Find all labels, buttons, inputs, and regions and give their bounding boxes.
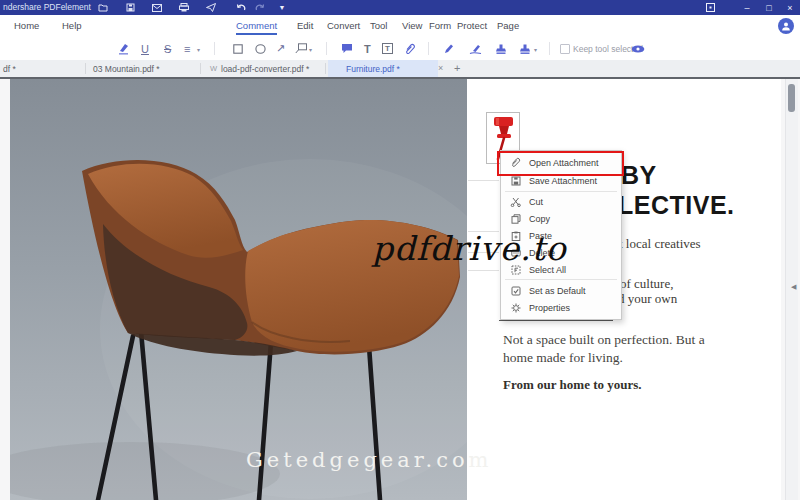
watermark-bottom: Getedgegear.com (246, 448, 493, 472)
tab-load-pdf-converter[interactable]: load-pdf-converter.pdf * (221, 64, 309, 74)
comment-bubble-icon[interactable] (341, 41, 353, 56)
tab-close-icon[interactable]: × (438, 63, 443, 73)
email-icon[interactable] (151, 2, 163, 13)
doc-fragment-creatives: t local creatives (619, 236, 701, 252)
undo-icon[interactable] (235, 2, 247, 13)
line-styles-caret-icon[interactable]: ▾ (197, 46, 200, 53)
menu-form[interactable]: Form (429, 20, 451, 31)
ellipse-icon[interactable] (255, 41, 266, 56)
menu-home[interactable]: Home (14, 20, 39, 31)
menu-bar: Home Help Comment Edit Convert Tool View… (0, 15, 800, 37)
tab-furniture[interactable]: Furniture.pdf * (328, 60, 438, 77)
menu-item-cut[interactable]: Cut (501, 193, 621, 210)
save-icon (510, 175, 521, 186)
print-icon[interactable] (178, 2, 190, 13)
menu-help[interactable]: Help (62, 20, 82, 31)
scissors-icon (510, 196, 521, 207)
load-pdf-badge-icon: W (210, 64, 217, 73)
checkbox-checked-icon (510, 285, 521, 296)
doc-heading-line2: LECTIVE. (618, 191, 735, 220)
doc-closing: From our home to yours. (503, 377, 642, 393)
panel-collapse-icon[interactable]: ◀ (791, 283, 796, 291)
underline-icon[interactable]: U (141, 41, 149, 56)
layout-icon[interactable] (699, 0, 721, 15)
redo-icon[interactable] (253, 2, 265, 13)
watermark-center: pdfdrive.to (372, 229, 567, 268)
menu-convert[interactable]: Convert (327, 20, 360, 31)
comment-toolbar: U S ≡ ▾ ↗ ▾ T T ▾ Keep tool selected (0, 37, 800, 61)
scrollbar-thumb[interactable] (788, 84, 795, 112)
gear-icon (510, 302, 521, 313)
arrow-icon[interactable]: ↗ (276, 41, 285, 56)
highlighter-icon[interactable] (117, 41, 130, 56)
signature-icon[interactable] (469, 41, 482, 56)
typewriter-icon[interactable]: T (364, 41, 371, 56)
doc-heading-line1: BY (621, 161, 657, 190)
tab-furniture-label: Furniture.pdf * (346, 64, 400, 74)
minimize-button[interactable]: – (736, 0, 758, 15)
pdfelement-window: ndershare PDFelement ▼ – □ × Home Help C… (0, 0, 800, 500)
stamp-caret-icon[interactable]: ▾ (534, 46, 537, 53)
doc-fragment-own: d your own (618, 291, 677, 307)
close-button[interactable]: × (780, 0, 800, 15)
tab-add-icon[interactable]: + (454, 62, 460, 74)
line-styles-icon[interactable]: ≡ (184, 41, 190, 56)
menu-item-set-as-default[interactable]: Set as Default (501, 282, 621, 299)
text-box-icon[interactable]: T (382, 41, 393, 56)
save-icon[interactable] (124, 2, 136, 13)
share-icon[interactable] (205, 2, 217, 13)
stamp-add-icon[interactable] (495, 41, 507, 56)
furniture-photo (10, 79, 467, 500)
account-avatar[interactable] (778, 18, 794, 34)
pencil-icon[interactable] (443, 41, 454, 56)
menu-comment[interactable]: Comment (236, 20, 277, 35)
tab-partial[interactable]: df * (3, 64, 16, 74)
menu-edit[interactable]: Edit (297, 20, 313, 31)
maximize-button[interactable]: □ (758, 0, 780, 15)
more-caret-icon[interactable]: ▼ (276, 2, 288, 13)
copy-icon (510, 213, 521, 224)
menu-tool[interactable]: Tool (370, 20, 387, 31)
doc-fragment-culture: of culture, (620, 276, 673, 292)
strikethrough-icon[interactable]: S (164, 41, 171, 56)
doc-body-line1: Not a space built on perfection. But a (503, 332, 705, 348)
callout-caret-icon[interactable]: ▾ (309, 46, 312, 53)
menu-view[interactable]: View (402, 20, 422, 31)
app-title: ndershare PDFelement (3, 2, 91, 12)
highlight-red-box (497, 151, 624, 176)
eye-icon[interactable] (631, 41, 645, 56)
menu-item-copy[interactable]: Copy (501, 210, 621, 227)
keep-tool-checkbox[interactable] (560, 44, 570, 54)
attachment-icon[interactable] (404, 41, 415, 56)
menu-protect[interactable]: Protect (457, 20, 487, 31)
stamp-icon[interactable] (519, 41, 531, 56)
doc-body-line2: home made for living. (503, 350, 623, 366)
rectangle-icon[interactable] (233, 41, 243, 56)
obscured-text-line (499, 320, 613, 321)
menu-page[interactable]: Page (497, 20, 519, 31)
callout-icon[interactable] (295, 41, 307, 56)
menu-item-properties[interactable]: Properties (501, 299, 621, 316)
tab-mountain[interactable]: 03 Mountain.pdf * (93, 64, 160, 74)
document-tab-bar: df * 03 Mountain.pdf * W load-pdf-conver… (0, 60, 800, 77)
title-bar: ndershare PDFelement ▼ – □ × (0, 0, 800, 15)
open-folder-icon[interactable] (97, 2, 109, 13)
